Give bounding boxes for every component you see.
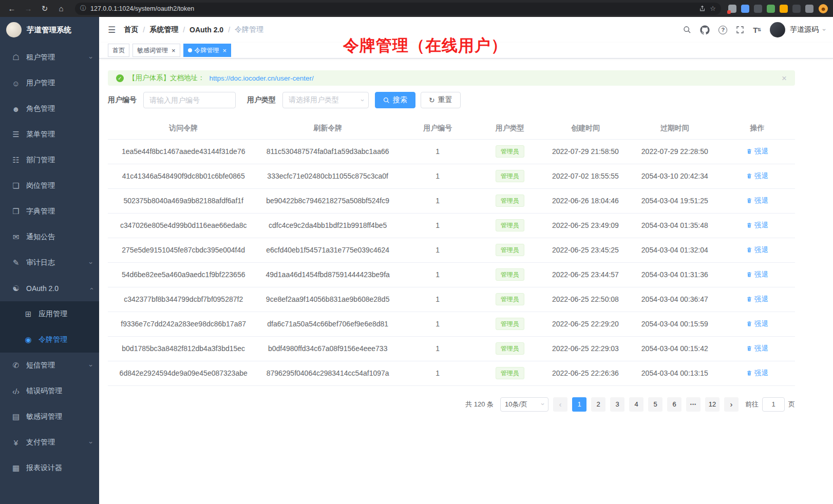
org-tree-icon: ☷ (11, 156, 21, 165)
sidebar-item-role[interactable]: ☻ 角色管理 (0, 96, 99, 122)
column-header: 刷新令牌 (259, 118, 396, 139)
app-logo[interactable]: 芋道管理系统 (0, 17, 99, 43)
cell-user-type: 管理员 (479, 213, 541, 238)
doc-link[interactable]: https://doc.iocoder.cn/user-center/ (210, 74, 314, 82)
user-id-input[interactable] (143, 92, 236, 108)
sidebar-item-audit[interactable]: ✎ 审计日志 › (0, 250, 99, 276)
cell-access-token: f9336e7c7dd242a283ee98dc86b17a87 (108, 312, 259, 336)
page-button-5[interactable]: 5 (648, 397, 662, 412)
goto-page-input[interactable] (762, 397, 785, 412)
extension-pinwheel-icon[interactable] (780, 5, 788, 13)
back-button[interactable]: ← (5, 3, 18, 15)
page-button-2[interactable]: 2 (591, 397, 605, 412)
extension-circle-icon[interactable] (767, 5, 775, 13)
chevron-down-icon[interactable]: › (821, 29, 828, 31)
collapse-menu-icon[interactable]: ☰ (108, 25, 116, 35)
extension-globe-icon[interactable] (754, 5, 762, 13)
page-button-4[interactable]: 4 (629, 397, 643, 412)
force-logout-button[interactable]: 强退 (746, 221, 768, 230)
cell-user-type: 管理员 (479, 336, 541, 361)
cell-actions: 强退 (720, 164, 795, 188)
sidebar-item-token[interactable]: ◉ 令牌管理 (0, 327, 99, 353)
fullscreen-icon[interactable] (736, 26, 744, 34)
tab-token[interactable]: 令牌管理× (183, 44, 232, 57)
sidebar-item-menu[interactable]: ☰ 菜单管理 (0, 122, 99, 147)
share-icon[interactable] (699, 5, 706, 12)
bookmark-star-icon[interactable]: ☆ (710, 5, 716, 12)
breadcrumb-item[interactable]: 首页 (124, 25, 138, 34)
prev-page-button[interactable]: ‹ (553, 397, 567, 412)
force-logout-button[interactable]: 强退 (746, 295, 768, 304)
table-row: 41c41346a548490f9dc8b01c6bfe0865 333ecfc… (108, 164, 795, 188)
refresh-icon: ↻ (429, 96, 435, 104)
close-icon[interactable]: × (223, 47, 227, 54)
sidebar-item-tenant[interactable]: ☖ 租户管理 › (0, 45, 99, 70)
force-logout-button[interactable]: 强退 (746, 369, 768, 378)
sidebar-item-report[interactable]: ▦ 报表设计器 (0, 455, 99, 481)
extension-drop-icon[interactable] (741, 5, 749, 13)
forward-button[interactable]: → (22, 3, 35, 15)
page-button-12[interactable]: 12 (705, 397, 720, 412)
user-type-tag: 管理员 (496, 244, 524, 256)
help-icon[interactable]: ? (718, 26, 727, 34)
force-logout-button[interactable]: 强退 (746, 147, 768, 156)
user-avatar[interactable] (770, 22, 785, 37)
page-button-1[interactable]: 1 (572, 397, 586, 412)
sidebar-item-oauth2[interactable]: ☯ OAuth 2.0 › (0, 276, 99, 301)
column-header: 过期时间 (630, 118, 720, 139)
page-button-3[interactable]: 3 (610, 397, 624, 412)
page-ellipsis[interactable]: ••• (686, 397, 701, 412)
force-logout-button[interactable]: 强退 (746, 196, 768, 205)
column-header: 创建时间 (541, 118, 630, 139)
sidebar-item-label: 敏感词管理 (26, 412, 92, 421)
refresh-button[interactable]: ↻ (38, 3, 51, 15)
page-button-6[interactable]: 6 (667, 397, 681, 412)
sidebar-item-dict[interactable]: ❒ 字典管理 (0, 199, 99, 224)
extension-pixel-icon[interactable] (728, 5, 736, 13)
force-logout-button[interactable]: 强退 (746, 344, 768, 353)
sms-icon: ✆ (11, 361, 21, 370)
cell-expire-time: 2054-03-04 19:51:25 (630, 188, 720, 213)
force-logout-button[interactable]: 强退 (746, 319, 768, 328)
sidebar-item-label: 通知公告 (26, 232, 92, 242)
sidebar-item-label: 租户管理 (26, 53, 84, 62)
trash-icon (746, 173, 752, 179)
sidebar-item-sms[interactable]: ✆ 短信管理 › (0, 353, 99, 378)
force-logout-button[interactable]: 强退 (746, 245, 768, 255)
font-size-icon[interactable]: T⇅ (753, 26, 761, 34)
search-button[interactable]: 搜索 (375, 92, 415, 108)
user-type-select[interactable]: 请选择用户类型 › (282, 92, 369, 108)
home-button[interactable]: ⌂ (54, 3, 68, 15)
close-icon[interactable]: × (172, 47, 176, 54)
extension-dark-icon[interactable] (792, 5, 801, 13)
breadcrumb-item[interactable]: OAuth 2.0 (190, 26, 223, 34)
sidebar-item-sensitive[interactable]: ▤ 敏感词管理 (0, 404, 99, 430)
address-bar[interactable]: ⓘ 127.0.0.1:1024/system/oauth2/token ☆ (75, 3, 721, 15)
role-icon: ☻ (11, 105, 21, 113)
reset-button[interactable]: ↻ 重置 (421, 92, 461, 108)
url-text[interactable]: 127.0.0.1:1024/system/oauth2/token (90, 5, 695, 12)
username[interactable]: 芋道源码 (790, 25, 819, 34)
github-icon[interactable] (700, 25, 710, 35)
sidebar-item-app[interactable]: ⊞ 应用管理 (0, 301, 99, 327)
tab-sensitive-word[interactable]: 敏感词管理× (132, 44, 180, 57)
extension-panel-icon[interactable] (805, 5, 813, 13)
sidebar-item-dept[interactable]: ☷ 部门管理 (0, 147, 99, 173)
sidebar-item-notice[interactable]: ✉ 通知公告 (0, 224, 99, 250)
breadcrumb-item[interactable]: 系统管理 (149, 25, 178, 34)
page-numbers: 123456•••12 (572, 397, 720, 412)
force-logout-button[interactable]: 强退 (746, 270, 768, 279)
next-page-button[interactable]: › (724, 397, 739, 412)
sidebar-item-pay[interactable]: ¥ 支付管理 › (0, 430, 99, 455)
sidebar-item-errcode[interactable]: ‹/› 错误码管理 (0, 378, 99, 404)
sidebar-item-post[interactable]: ❏ 岗位管理 (0, 173, 99, 199)
tab-home[interactable]: 首页 (108, 44, 129, 57)
cell-actions: 强退 (720, 312, 795, 336)
browser-profile-avatar[interactable]: ☻ (819, 4, 828, 13)
search-icon[interactable] (683, 26, 691, 34)
page-size-select[interactable]: 10条/页 › (500, 397, 548, 412)
site-info-icon[interactable]: ⓘ (80, 4, 86, 13)
sidebar-item-user[interactable]: ☺ 用户管理 (0, 70, 99, 96)
force-logout-button[interactable]: 强退 (746, 171, 768, 181)
alert-close-icon[interactable]: × (782, 74, 787, 83)
